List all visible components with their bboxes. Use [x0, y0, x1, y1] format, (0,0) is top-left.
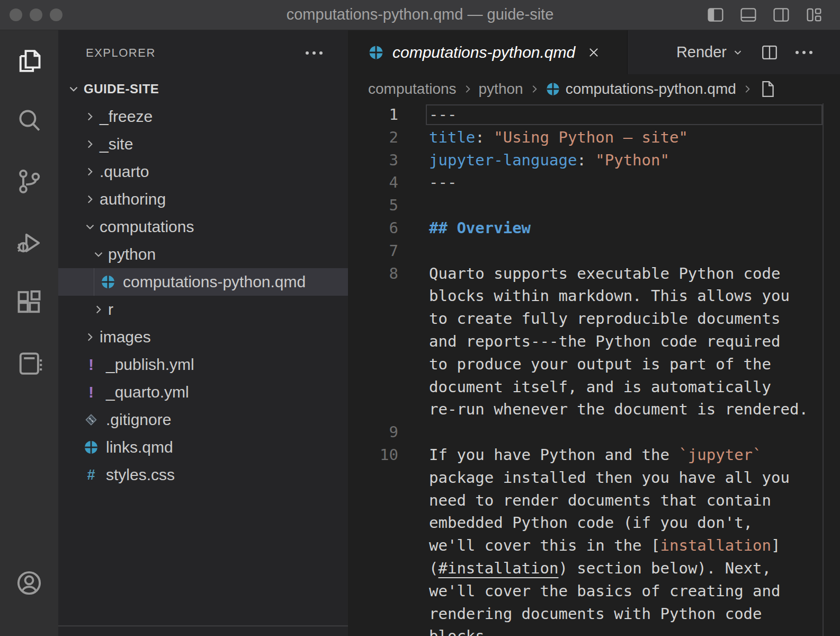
- chevron-down-icon[interactable]: [92, 248, 105, 261]
- tree-root-guide-site[interactable]: GUIDE-SITE: [58, 75, 348, 103]
- toggle-panel-button[interactable]: [739, 6, 757, 24]
- line-number: 7: [348, 240, 398, 262]
- chevron-right-icon[interactable]: [92, 303, 105, 316]
- quarto-file-icon: [83, 439, 99, 455]
- extensions-icon: [15, 289, 43, 317]
- code-line[interactable]: 5: [348, 194, 840, 217]
- customize-layout-icon: [805, 6, 823, 24]
- tree-item-quarto[interactable]: .quarto: [58, 158, 348, 186]
- tree-item-r[interactable]: r: [58, 296, 348, 323]
- customize-layout-button[interactable]: [805, 6, 823, 24]
- more-actions-button[interactable]: [796, 51, 812, 54]
- tree-item-label: computations-python.qmd: [123, 273, 306, 291]
- quarto-globe-icon: [368, 45, 384, 60]
- tree-item-label: computations: [100, 218, 194, 236]
- activity-item-explorer[interactable]: [15, 47, 43, 75]
- code-text: to create fully reproducible documents: [429, 307, 780, 330]
- code-line[interactable]: 6## Overview: [348, 217, 840, 240]
- tree-item-site[interactable]: _site: [58, 130, 348, 158]
- code-line[interactable]: blocks.: [348, 625, 840, 636]
- close-tab-icon[interactable]: [587, 46, 601, 59]
- activity-item-run-and-debug[interactable]: [15, 228, 43, 256]
- code-text: document itself, and is automatically: [429, 376, 771, 399]
- tree-item-label: _quarto.yml: [106, 383, 189, 401]
- code-line[interactable]: 3jupyter-language: "Python": [348, 149, 840, 172]
- tab-bar: computations-python.qmd Render: [348, 30, 840, 74]
- tree-item-images[interactable]: images: [58, 323, 348, 351]
- tree-item-styles-css[interactable]: #styles.css: [58, 461, 348, 489]
- tree-item-freeze[interactable]: _freeze: [58, 103, 348, 130]
- code-editor[interactable]: 1---2title: "Using Python — site"3jupyte…: [348, 103, 840, 636]
- code-line[interactable]: 9: [348, 421, 840, 444]
- chevron-right-icon[interactable]: [83, 330, 97, 344]
- code-line[interactable]: to create fully reproducible documents: [348, 307, 840, 330]
- account-button[interactable]: [15, 569, 43, 597]
- code-line[interactable]: we'll cover this in the [installation]: [348, 534, 840, 557]
- tree-item-gitignore[interactable]: .gitignore: [58, 406, 348, 434]
- code-line[interactable]: 1---: [348, 103, 840, 126]
- notebook-icon: [15, 350, 43, 377]
- code-text: to produce your output is part of the: [429, 353, 771, 376]
- code-line[interactable]: 7: [348, 240, 840, 262]
- code-line[interactable]: package installed then you have all you: [348, 466, 840, 489]
- code-line[interactable]: (#installation) section below). Next,: [348, 557, 840, 580]
- breadcrumb-item-file[interactable]: computations-python.qmd: [566, 81, 736, 98]
- chevron-right-icon[interactable]: [83, 137, 97, 151]
- yaml-file-icon: !: [83, 384, 99, 400]
- search-icon: [15, 107, 43, 135]
- tree-item-links-qmd[interactable]: links.qmd: [58, 434, 348, 461]
- file-symbol-icon[interactable]: [758, 80, 776, 98]
- code-line[interactable]: need to render documents that contain: [348, 489, 840, 512]
- render-button[interactable]: Render: [676, 43, 744, 61]
- chevron-right-icon[interactable]: [83, 192, 97, 206]
- code-text: we'll cover this in the [installation]: [429, 534, 780, 557]
- toggle-primary-sidebar-button[interactable]: [707, 6, 725, 24]
- tab-label: computations-python.qmd: [392, 43, 575, 61]
- code-line[interactable]: blocks within markdown. This allows you: [348, 285, 840, 307]
- activity-item-search[interactable]: [15, 107, 43, 135]
- code-line[interactable]: 4---: [348, 171, 840, 194]
- activity-item-notebook[interactable]: [15, 350, 43, 377]
- breadcrumb-item-computations[interactable]: computations: [368, 81, 457, 98]
- code-text: blocks within markdown. This allows you: [429, 285, 790, 307]
- indent-guide: [94, 268, 94, 296]
- activity-item-source-control[interactable]: [15, 167, 43, 195]
- quarto-globe-icon: [546, 82, 560, 96]
- vscode-window: computations-python.qmd — guide-site: [0, 0, 840, 636]
- run-debug-icon: [15, 228, 43, 256]
- activity-item-extensions[interactable]: [15, 289, 43, 317]
- tree-item-computations-python-qmd[interactable]: computations-python.qmd: [58, 268, 348, 296]
- outline-section-header[interactable]: OUTLINE: [58, 628, 348, 636]
- tree-root-label: GUIDE-SITE: [84, 82, 159, 96]
- tree-item-label: _publish.yml: [106, 356, 194, 374]
- code-line[interactable]: to produce your output is part of the: [348, 353, 840, 376]
- code-line[interactable]: we'll cover the basics of creating and: [348, 580, 840, 603]
- code-line[interactable]: and reports---the Python code required: [348, 330, 840, 353]
- tree-item-label: _freeze: [100, 108, 153, 126]
- chevron-right-icon[interactable]: [83, 110, 97, 123]
- tree-item-publish-yml[interactable]: !_publish.yml: [58, 351, 348, 378]
- code-line[interactable]: embedded Python code (if you don't,: [348, 511, 840, 534]
- tree-item-python[interactable]: python: [58, 241, 348, 268]
- chevron-right-icon[interactable]: [83, 165, 97, 179]
- split-editor-button[interactable]: [761, 43, 779, 61]
- code-text: Quarto supports executable Python code: [429, 262, 780, 285]
- code-line[interactable]: 10If you have Python and the `jupyter`: [348, 444, 840, 466]
- code-line[interactable]: 8Quarto supports executable Python code: [348, 262, 840, 285]
- explorer-more-actions-button[interactable]: [306, 51, 323, 55]
- chevron-down-icon[interactable]: [83, 220, 97, 234]
- source-control-icon: [15, 167, 43, 195]
- code-line[interactable]: 2title: "Using Python — site": [348, 126, 840, 149]
- toggle-secondary-sidebar-button[interactable]: [772, 6, 790, 24]
- code-line[interactable]: document itself, and is automatically: [348, 376, 840, 399]
- tree-item-authoring[interactable]: authoring: [58, 186, 348, 213]
- tree-item-quarto-yml[interactable]: !_quarto.yml: [58, 378, 348, 406]
- code-line[interactable]: rendering documents with Python code: [348, 603, 840, 625]
- outline-section-label: OUTLINE: [87, 634, 145, 636]
- activity-bar: [0, 30, 58, 636]
- code-text: jupyter-language: "Python": [429, 149, 669, 172]
- code-line[interactable]: re-run whenever the document is rendered…: [348, 398, 840, 421]
- tab-computations-python-qmd[interactable]: computations-python.qmd: [348, 30, 628, 74]
- breadcrumb-item-python[interactable]: python: [479, 81, 523, 98]
- tree-item-computations[interactable]: computations: [58, 213, 348, 241]
